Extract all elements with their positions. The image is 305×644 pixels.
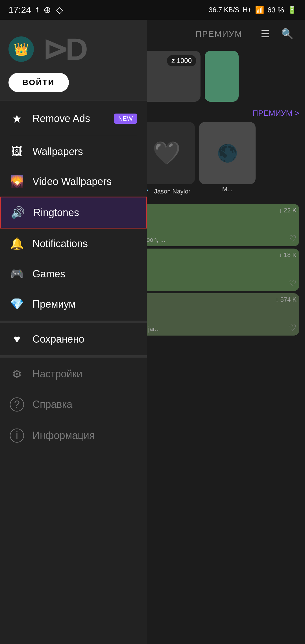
premium-section[interactable]: ПРЕМИУМ > — [133, 105, 305, 119]
green-card-3[interactable]: ↓ 574 K ♡ o, jar... — [138, 293, 299, 336]
battery-level: 63 % — [267, 6, 284, 14]
info-icon: i — [10, 428, 24, 443]
premium-menu-label: Премиум — [32, 298, 76, 310]
games-label: Games — [32, 268, 65, 280]
status-left: 17:24 f ⊕ ◇ — [8, 5, 63, 15]
art-2: 🌑 — [217, 143, 238, 163]
download-1: ↓ 22 K — [279, 207, 297, 214]
divider-thick — [0, 321, 147, 323]
info-label: Информация — [32, 430, 95, 441]
heart-overlay-3[interactable]: ♡ — [289, 323, 297, 333]
green-card-2[interactable]: ↓ 18 K ♡ — [138, 249, 299, 291]
menu-list: ★ Remove Ads NEW 🖼 Wallpapers 🌄 Video Wa… — [0, 101, 147, 454]
wallpaper-icon: 🖼 — [10, 145, 24, 158]
divider-thick-2 — [0, 355, 147, 358]
settings-icon: ⚙ — [10, 367, 24, 380]
video-wallpaper-icon: 🌄 — [10, 175, 24, 188]
saved-label: Сохранено — [32, 333, 84, 345]
diamond-menu-icon: 💎 — [10, 297, 24, 311]
status-time: 17:24 — [8, 5, 31, 15]
art-card-row: 🖤 💎 Jason Naylor 🌑 M... — [133, 119, 305, 202]
right-panel: z 1000 ПРЕМИУМ > 🖤 💎 Jason Naylor 🌑 M...… — [133, 48, 305, 644]
brand-logo: ⊳D — [42, 31, 85, 67]
fb-icon: f — [36, 5, 38, 14]
notification-icon: 🔔 — [10, 237, 24, 250]
artist-name: Jason Naylor — [151, 186, 193, 197]
sidebar-item-remove-ads[interactable]: ★ Remove Ads NEW — [0, 104, 147, 134]
settings-label: Настройки — [32, 368, 82, 380]
search-icon[interactable]: 🔍 — [281, 28, 294, 40]
profile-section: 👑 ⊳D ВОЙТИ — [0, 20, 147, 101]
art-card-2[interactable]: 🌑 — [199, 122, 256, 184]
signal-icon: 📶 — [255, 6, 264, 14]
notifications-label: Notifications — [32, 238, 88, 250]
heart-art: 🖤 — [152, 140, 181, 166]
help-icon: ? — [10, 397, 24, 412]
card-row-top: z 1000 — [133, 48, 305, 105]
sidebar-item-help[interactable]: ? Справка — [0, 389, 147, 420]
status-icon-1: ⊕ — [43, 5, 51, 15]
sidebar-item-saved[interactable]: ♥ Сохранено — [0, 324, 147, 354]
status-bar: 17:24 f ⊕ ◇ 36.7 KB/S H+ 📶 63 % 🔋 — [0, 0, 305, 20]
download-3: ↓ 574 K — [275, 296, 297, 303]
heart-overlay-1[interactable]: ♡ — [289, 234, 297, 243]
sidebar-item-settings[interactable]: ⚙ Настройки — [0, 359, 147, 389]
avatar: 👑 — [8, 36, 34, 62]
heart-menu-icon: ♥ — [10, 333, 24, 345]
download-2: ↓ 18 K — [279, 251, 297, 259]
battery-icon: 🔋 — [287, 6, 297, 14]
card-1[interactable]: z 1000 — [138, 51, 201, 102]
sidebar-item-notifications[interactable]: 🔔 Notifications — [0, 229, 147, 259]
filter-icon[interactable]: ☰ — [261, 28, 270, 40]
sidebar-item-ringtones[interactable]: 🔊 Ringtones — [0, 197, 147, 229]
new-badge: NEW — [114, 114, 137, 124]
card-2[interactable] — [205, 51, 239, 102]
network-type: H+ — [243, 6, 251, 14]
heart-overlay-2[interactable]: ♡ — [289, 278, 297, 288]
sidebar-item-video-wallpapers[interactable]: 🌄 Video Wallpapers — [0, 166, 147, 197]
premium-label: ПРЕМИУМ — [195, 29, 242, 39]
login-button[interactable]: ВОЙТИ — [8, 73, 69, 92]
remove-ads-label: Remove Ads — [32, 113, 90, 125]
video-wallpapers-label: Video Wallpapers — [32, 176, 112, 188]
profile-top: 👑 ⊳D — [8, 31, 138, 67]
zcoins-label: z 1000 — [167, 55, 196, 66]
ringtone-icon: 🔊 — [11, 206, 25, 219]
ringtones-label: Ringtones — [33, 207, 79, 219]
games-icon: 🎮 — [10, 267, 24, 280]
avatar-icon: 👑 — [14, 42, 29, 56]
sidebar-item-info[interactable]: i Информация — [0, 420, 147, 451]
star-icon: ★ — [10, 112, 24, 125]
top-bar: ПРЕМИУМ ☰ 🔍 — [133, 20, 305, 48]
sidebar-item-wallpapers[interactable]: 🖼 Wallpapers — [0, 137, 147, 166]
network-speed: 36.7 KB/S — [209, 6, 239, 14]
artist-name-2: M... — [219, 184, 236, 194]
green-card-1[interactable]: ↓ 22 K ♡ moon, ... — [138, 204, 299, 246]
sidebar-item-premium[interactable]: 💎 Премиум — [0, 289, 147, 319]
drawer: 👑 ⊳D ВОЙТИ ★ Remove Ads NEW 🖼 Wallpapers… — [0, 20, 147, 644]
help-label: Справка — [32, 399, 72, 410]
sidebar-item-games[interactable]: 🎮 Games — [0, 259, 147, 289]
status-icon-2: ◇ — [56, 5, 63, 15]
wallpapers-label: Wallpapers — [32, 146, 83, 158]
divider-1 — [10, 135, 137, 135]
heart-card[interactable]: 🖤 — [138, 122, 195, 184]
status-right: 36.7 KB/S H+ 📶 63 % 🔋 — [209, 6, 297, 14]
